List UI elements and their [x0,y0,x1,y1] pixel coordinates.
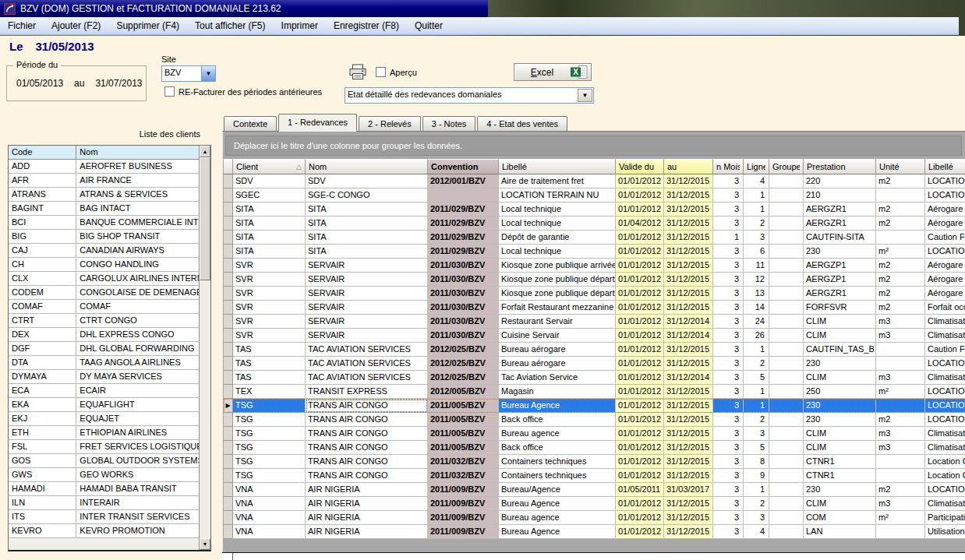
grid-cell-valide_du[interactable]: 01/01/2012 [616,497,664,511]
client-code-cell[interactable]: DGF [9,342,76,356]
client-name-cell[interactable]: COMAF [76,300,199,314]
grid-cell-n_mois[interactable]: 3 [713,385,744,399]
grid-cell-prestation[interactable]: AERGZP1 [804,273,876,287]
grid-cell-valide_du[interactable]: 01/04/2012 [616,217,664,231]
grid-row[interactable]: SVRSERVAIR2011/030/BZVKiosque zone publi… [224,273,965,287]
grid-cell-convention[interactable] [428,188,499,203]
grid-cell-groupe[interactable] [769,188,804,203]
grid-cell-unite[interactable]: m² [876,385,925,399]
client-code-cell[interactable]: CTRT [9,314,76,328]
grid-cell-nom[interactable]: AIR NIGERIA [306,483,428,497]
grid-cell-au[interactable]: 31/12/2015 [664,385,713,399]
client-name-cell[interactable]: GEO WORKS [76,468,199,482]
grid-cell-ligne[interactable]: 8 [744,455,769,469]
grid-cell-client[interactable]: SVR [233,329,306,343]
client-name-cell[interactable]: CARGOLUX AIRLINES INTERN [76,272,199,286]
printer-icon[interactable] [348,64,367,80]
grid-cell-nom[interactable]: SERVAIR [306,315,428,329]
row-indicator[interactable] [224,413,233,427]
grid-cell-libelle2[interactable]: Aérogare Z [925,203,965,217]
row-indicator[interactable] [224,273,233,287]
client-name-cell[interactable]: FRET SERVICES LOGISTIQUES [76,440,199,454]
client-name-cell[interactable]: CONGOLAISE DE DEMENAGEM [76,286,199,300]
grid-row[interactable]: SVRSERVAIR2011/030/BZVForfait Restaurant… [224,301,965,315]
grid-cell-client[interactable]: SDV [233,174,306,188]
grid-row[interactable]: TSGTRANS AIR CONGO2011/032/BZVContainers… [224,469,965,483]
grid-cell-convention[interactable]: 2012/025/BZV [428,343,499,357]
grid-cell-libelle2[interactable]: Caution Fin [925,343,965,357]
grid-cell-unite[interactable]: m3 [876,441,925,455]
grid-cell-nom[interactable]: SERVAIR [306,273,428,287]
grid-cell-n_mois[interactable]: 3 [713,203,744,217]
row-indicator[interactable] [224,497,233,511]
grid-cell-valide_du[interactable]: 01/01/2012 [616,343,664,357]
grid-cell-libelle[interactable]: Back office [499,441,616,455]
grid-cell-n_mois[interactable]: 3 [713,343,744,357]
client-row[interactable]: KEVROKEVRO PROMOTION [9,524,199,538]
grid-cell-valide_du[interactable]: 01/01/2012 [616,357,664,371]
grid-cell-libelle[interactable]: Kiosque zone publique départs [499,273,616,287]
grid-cell-au[interactable]: 31/12/2015 [664,399,713,413]
grid-row[interactable]: SVRSERVAIR2011/030/BZVKiosque zone publi… [224,259,965,273]
chevron-down-icon[interactable]: ▼ [201,66,215,81]
grid-cell-ligne[interactable]: 9 [744,469,769,483]
grid-cell-groupe[interactable] [769,469,804,483]
row-indicator[interactable] [224,174,233,188]
grid-cell-libelle2[interactable]: LOCATION [925,385,965,399]
row-indicator[interactable] [224,385,233,399]
grid-cell-prestation[interactable]: CTNR1 [804,455,876,469]
title-bar[interactable]: BZV (DOM) GESTION et FACTURATION DOMANIA… [0,0,488,17]
client-code-cell[interactable]: ADD [9,160,76,174]
grid-row[interactable]: TSGTRANS AIR CONGO2011/005/BZVBack offic… [224,441,965,455]
grid-cell-au[interactable]: 31/12/2015 [664,455,713,469]
grid-cell-n_mois[interactable]: 3 [713,273,744,287]
grid-cell-ligne[interactable]: 1 [744,385,769,399]
grid-cell-client[interactable]: SGEC [233,188,306,203]
grid-cell-groupe[interactable] [769,217,804,231]
grid-cell-libelle2[interactable]: Participatio [925,511,965,525]
grid-cell-libelle2[interactable]: Climatisatio [925,315,965,329]
grid-cell-n_mois[interactable]: 3 [713,371,744,385]
client-row[interactable]: BAGINTBAG INTACT [9,202,199,216]
grid-cell-ligne[interactable]: 3 [744,231,769,245]
client-name-cell[interactable]: CONGO HANDLING [76,258,199,272]
grid-cell-ligne[interactable]: 24 [744,315,769,329]
grid-cell-libelle2[interactable]: Caution Fin [925,231,965,245]
grid-cell-groupe[interactable] [769,231,804,245]
grid-cell-libelle[interactable]: Kiosque zone publique arrivée [499,259,616,273]
grid-cell-prestation[interactable]: 230 [804,399,876,413]
grid-cell-au[interactable]: 31/12/2015 [664,511,713,525]
row-indicator[interactable] [224,525,233,539]
grid-cell-valide_du[interactable]: 01/05/2011 [616,483,664,497]
grid-cell-client[interactable]: TSG [233,441,306,455]
row-indicator[interactable] [224,483,233,497]
grid-cell-libelle[interactable]: Back office [499,413,616,427]
scroll-up-icon[interactable]: ▲ [200,146,210,157]
grid-cell-valide_du[interactable]: 01/01/2012 [616,259,664,273]
grid-cell-au[interactable]: 31/12/2015 [664,174,713,188]
grid-cell-ligne[interactable]: 1 [744,188,769,203]
row-indicator[interactable] [224,357,233,371]
grid-cell-prestation[interactable]: CLIM [804,497,876,511]
grid-cell-au[interactable]: 31/12/2014 [664,315,713,329]
grid-cell-convention[interactable]: 2011/030/BZV [428,273,499,287]
grid-cell-valide_du[interactable]: 01/01/2012 [616,273,664,287]
grid-cell-libelle[interactable]: LOCATION TERRAIN NU [499,188,616,203]
grid-cell-au[interactable]: 31/12/2015 [664,525,713,539]
grid-cell-ligne[interactable]: 4 [744,525,769,539]
grid-cell-libelle[interactable]: Containers techniques [499,455,616,469]
row-indicator[interactable] [224,343,233,357]
client-code-cell[interactable]: EKJ [9,412,76,426]
grid-cell-au[interactable]: 31/12/2015 [664,343,713,357]
client-row[interactable]: EKJEQUAJET [9,412,199,426]
grid-cell-client[interactable]: SVR [233,301,306,315]
grid-cell-prestation[interactable]: CTNR1 [804,469,876,483]
grid-cell-convention[interactable]: 2011/029/BZV [428,203,499,217]
client-row[interactable]: DTATAAG ANGOLA AIRLINES [9,356,199,370]
grid-col-header-prestation[interactable]: Prestation [804,159,876,174]
grid-cell-libelle[interactable]: Bureau Agence [499,525,616,539]
grid-cell-n_mois[interactable]: 3 [713,511,744,525]
grid-cell-valide_du[interactable]: 01/01/2012 [616,385,664,399]
grid-row[interactable]: SITASITA2011/029/BZVDépôt de garantie01/… [224,231,965,245]
menu-item-imprimer[interactable]: Imprimer [274,19,326,33]
